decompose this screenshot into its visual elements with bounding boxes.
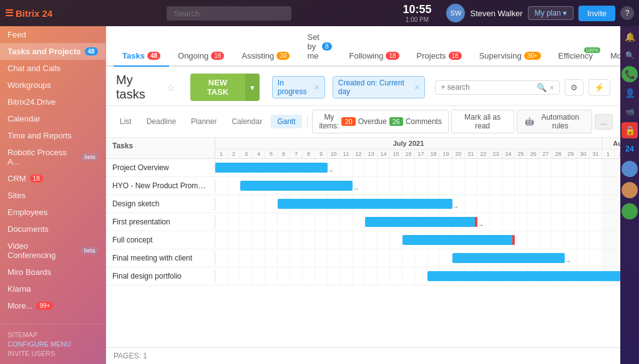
sidebar-item-documents[interactable]: Documents [0, 221, 105, 237]
avatar: SW [446, 4, 465, 22]
gantt-task-name[interactable]: First presentation [106, 215, 215, 229]
crm-badge: 18 [30, 175, 43, 183]
tab-projects[interactable]: Projects 18 [408, 45, 471, 67]
tab-more[interactable]: More ▾ [602, 45, 620, 67]
mark-all-read-button[interactable]: Mark all as read [451, 110, 514, 133]
notification-icon[interactable]: 🔔 [622, 29, 638, 45]
divider [307, 116, 308, 127]
tab-ongoing[interactable]: Ongoing 18 [169, 45, 233, 67]
automation-button[interactable]: 🤖 Automation rules [517, 110, 592, 133]
close-filter-created-day[interactable]: × [414, 82, 419, 92]
sidebar-item-time-reports[interactable]: Time and Reports [0, 127, 105, 144]
star-icon[interactable]: ☆ [167, 82, 175, 93]
sidebar-item-crm[interactable]: CRM 18 [0, 170, 105, 187]
sidebar-item-feed[interactable]: Feed [0, 26, 105, 43]
gantt-footer: PAGES: 1 [106, 347, 620, 364]
view-calendar-button[interactable]: Calendar [225, 115, 268, 128]
user-avatar-2[interactable] [622, 182, 638, 198]
sidebar-item-video-conferencing[interactable]: Video Conferencing beta [0, 237, 105, 264]
sidebar-item-tasks-projects[interactable]: Tasks and Projects 48 [0, 43, 105, 60]
content-area: Tasks 48 Ongoing 18 Assisting 30 Set by … [106, 26, 620, 364]
help-button[interactable]: ? [620, 6, 634, 20]
task-search-input[interactable] [441, 83, 534, 92]
lock-icon[interactable]: 🔒 [622, 122, 638, 138]
sidebar-item-more[interactable]: More... 99+ [0, 297, 105, 314]
view-list-button[interactable]: List [114, 115, 138, 128]
tab-set-by-me[interactable]: Set by me 8 [298, 26, 340, 67]
gantt-task-name[interactable]: Full concept [106, 233, 215, 247]
app-logo[interactable]: ☰ Bitrix 24 [5, 7, 52, 19]
view-deadline-button[interactable]: Deadline [140, 115, 182, 128]
comments-badge: 26 [389, 117, 403, 126]
projects-tab-badge: 18 [449, 52, 462, 60]
efficiency-tab-badge: 100% [584, 47, 600, 53]
tasks-projects-badge: 48 [85, 47, 98, 55]
sidebar-item-workgroups[interactable]: Workgroups [0, 77, 105, 93]
sidebar-item-robotic-process[interactable]: Robotic Process A... beta [0, 144, 105, 170]
gantt-container: TasksJuly 2021August 2021123456789101112… [106, 138, 620, 364]
tab-tasks[interactable]: Tasks 48 [114, 45, 169, 67]
task-tabs: Tasks 48 Ongoing 18 Assisting 30 Set by … [106, 26, 620, 67]
view-planner-button[interactable]: Planner [185, 115, 223, 128]
filter-in-progress[interactable]: In progress × [272, 76, 325, 98]
sidebar-item-sites[interactable]: Sites [0, 187, 105, 204]
tasks-toolbar: List Deadline Planner Calendar Gantt My … [106, 106, 620, 138]
robotic-badge: beta [81, 153, 98, 161]
page-title: My tasks [116, 73, 162, 102]
settings-button[interactable]: ⚙ [565, 79, 583, 96]
tab-efficiency[interactable]: Efficiency 100% [550, 45, 602, 67]
username[interactable]: Steven Walker [470, 9, 522, 18]
sidebar-item-chat-calls[interactable]: Chat and Calls [0, 60, 105, 77]
invite-users-link[interactable]: INVITE USERS [7, 350, 98, 357]
sidebar-item-bitrix24-drive[interactable]: Bitrix24.Drive [0, 93, 105, 110]
sidebar-item-miro-boards[interactable]: Miro Boards [0, 264, 105, 280]
tab-assisting[interactable]: Assisting 30 [233, 45, 298, 67]
robot-icon: 🤖 [525, 117, 534, 126]
close-filter-in-progress[interactable]: × [315, 82, 320, 92]
tasks-header: My tasks ☆ NEW TASK ▾ In progress × Crea… [106, 67, 620, 106]
new-task-button[interactable]: NEW TASK [190, 74, 245, 101]
more-options-button[interactable]: ... [595, 114, 613, 130]
phone-icon[interactable]: 📞 [622, 66, 638, 82]
user-icon[interactable]: 👤 [622, 85, 638, 101]
lightning-button[interactable]: ⚡ [588, 79, 610, 96]
configure-menu-link[interactable]: CONFIGURE MENU [7, 340, 98, 348]
tab-supervising[interactable]: Supervising 30+ [471, 45, 550, 67]
user-avatar-1[interactable] [622, 161, 638, 177]
filter-created-day[interactable]: Created on: Current day × [333, 76, 426, 98]
main-layout: Feed Tasks and Projects 48 Chat and Call… [0, 26, 639, 364]
ongoing-tab-badge: 18 [211, 52, 224, 60]
gantt-task-name[interactable]: HYO - New Product Promotion [106, 179, 215, 193]
sitemap-link[interactable]: SITEMAP [7, 331, 98, 338]
sidebar-item-klarna[interactable]: Klarna [0, 280, 105, 297]
my-items-button[interactable]: My items: 20 Overdue 26 Comments [312, 110, 449, 133]
gantt-task-name[interactable]: Final meeting with client [106, 251, 215, 265]
counter-24[interactable]: 24 [622, 141, 638, 157]
sidebar-item-employees[interactable]: Employees [0, 204, 105, 221]
search-input[interactable] [167, 6, 291, 21]
view-gantt-button[interactable]: Gantt [271, 115, 301, 128]
following-tab-badge: 18 [386, 52, 399, 60]
clear-search-icon[interactable]: × [549, 83, 554, 92]
user-area: SW Steven Walker [446, 4, 522, 22]
tab-following[interactable]: Following 18 [341, 45, 408, 67]
supervising-tab-badge: 30+ [524, 52, 541, 60]
gantt-task-name[interactable]: Project Overview [106, 161, 215, 175]
sidebar-item-calendar[interactable]: Calendar [0, 110, 105, 127]
set-by-me-tab-badge: 8 [322, 42, 332, 50]
assisting-tab-badge: 30 [276, 52, 290, 60]
gantt-task-name[interactable]: Design sketch [106, 197, 215, 211]
search-icon[interactable]: 🔍 [622, 47, 638, 64]
invite-button[interactable]: Invite [578, 6, 615, 21]
menu-icon[interactable]: ☰ [5, 7, 13, 19]
video-badge: beta [81, 247, 98, 254]
my-plan-button[interactable]: My plan ▾ [528, 6, 573, 20]
topbar: ☰ Bitrix 24 10:55 1:00 PM SW Steven Walk… [0, 0, 639, 26]
sidebar: Feed Tasks and Projects 48 Chat and Call… [0, 26, 106, 364]
task-search[interactable]: 🔍 × [435, 80, 560, 95]
new-task-dropdown[interactable]: ▾ [245, 74, 260, 101]
video-icon[interactable]: 📹 [622, 103, 638, 120]
clock: 10:55 1:00 PM [395, 3, 439, 23]
gantt-task-name[interactable]: Final design portfolio [106, 269, 215, 283]
user-avatar-3[interactable] [622, 203, 638, 219]
